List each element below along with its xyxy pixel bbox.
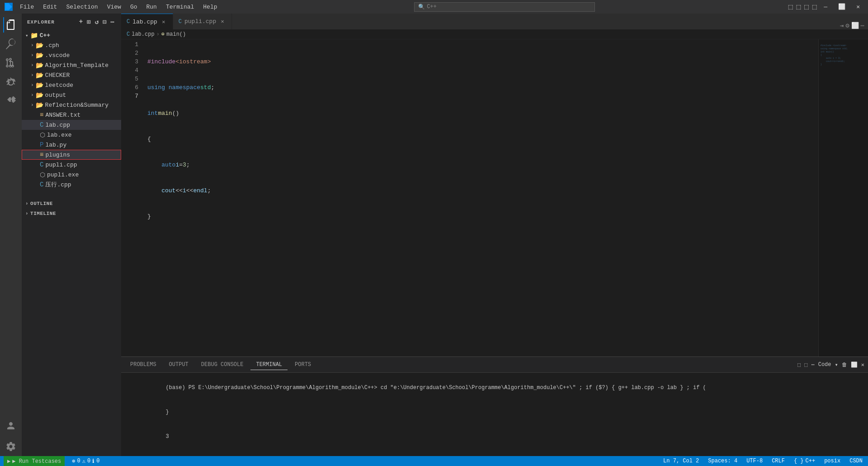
activity-explorer[interactable] [3,17,19,33]
tree-timeline[interactable]: › TIMELINE [22,209,121,219]
terminal-layout-icon[interactable]: ⬚ [804,361,807,368]
menu-go[interactable]: Go [127,3,141,11]
terminal-trash-icon[interactable]: 🗑 [842,361,847,368]
tab-pupli-cpp-icon: C [179,19,182,25]
tab-problems[interactable]: PROBLEMS [125,360,162,370]
activity-source-control[interactable] [3,55,19,71]
tree-answer-txt[interactable]: ≡ ANSWER.txt [22,110,121,120]
terminal-chevron-icon[interactable]: ▾ [835,361,838,368]
terminal-more-icon[interactable]: ⋯ [811,361,814,368]
spaces-label: Spaces: 4 [708,458,737,464]
tree-checker[interactable]: › 📂 CHECKER [22,70,121,80]
status-eol[interactable]: CRLF [770,458,787,464]
tree-plugins[interactable]: ≡ plugins [22,150,121,160]
status-errors[interactable]: ⊗ 0 ⚠ 0 ℹ 0 [70,458,101,465]
tree-vscode[interactable]: › 📂 .vscode [22,50,121,60]
titlebar-search[interactable]: 🔍 C++ [414,2,595,12]
tree-lab-py[interactable]: P lab.py [22,140,121,150]
terminal-new-icon[interactable]: Code [818,361,831,368]
lab-cpp-label: lab.cpp [45,122,121,128]
more-icon[interactable]: ⋯ [110,17,116,27]
tab-terminal[interactable]: TERMINAL [250,360,288,370]
refresh-icon[interactable]: ↺ [94,17,100,27]
vscode-folder-icon: 📂 [36,52,43,59]
feedback-label: posix [824,458,840,464]
activity-run[interactable] [3,74,19,90]
tree-root-cpp[interactable]: ▾ 📁 C++ [22,30,121,40]
breadcrumb: C lab.cpp › ⊕ main() [121,29,868,39]
tab-ports[interactable]: PORTS [289,360,316,370]
collapse-icon[interactable]: ⊟ [102,17,108,27]
pupli-cpp-file-icon: C [40,161,43,168]
tree-pupli-cpp[interactable]: C pupli.cpp [22,160,121,170]
activity-extensions[interactable] [3,93,19,109]
status-left: ▶ ▶ Run Testcases ⊗ 0 ⚠ 0 ℹ 0 [4,456,101,466]
tab-output[interactable]: OUTPUT [164,360,194,370]
run-testcases-button[interactable]: ▶ ▶ Run Testcases [4,456,65,466]
tree-pupli-exe[interactable]: ⬡ pupli.exe [22,170,121,180]
terminal-maximize-icon[interactable]: ⬜ [851,361,858,368]
tab-debug-console[interactable]: DEBUG CONSOLE [196,360,249,370]
window-restore[interactable]: ⬜ [835,2,849,11]
status-ln-col[interactable]: Ln 7, Col 2 [661,458,701,464]
editor-split-icon[interactable]: ⬜ [851,22,859,29]
status-encoding[interactable]: UTF-8 [745,458,764,464]
plugins-label: plugins [45,152,121,158]
terminal-tabs: PROBLEMS OUTPUT DEBUG CONSOLE TERMINAL P… [121,357,868,373]
activity-search[interactable] [3,36,19,52]
explorer-title: EXPLORER [27,19,55,25]
terminal-close-icon[interactable]: ✕ [861,361,864,368]
window-close[interactable]: ✕ [853,2,863,11]
language-label: C++ [806,458,816,464]
menu-run[interactable]: Run [142,3,160,11]
menu-view[interactable]: View [104,3,125,11]
checker-folder-icon: 📂 [36,71,43,79]
tree-cph[interactable]: › 📂 .cph [22,40,121,50]
code-editor[interactable]: 1 2 3 4 5 6 7 #include <iostream> using … [121,39,868,357]
tab-pupli-cpp[interactable]: C pupli.cpp ✕ [173,14,232,29]
status-csdn[interactable]: CSDN [848,458,864,464]
new-folder-icon[interactable]: ⊞ [86,17,92,27]
answer-label: ANSWER.txt [45,112,121,119]
status-spaces[interactable]: Spaces: 4 [706,458,739,464]
menu-selection[interactable]: Selection [62,3,101,11]
split-right-icon[interactable]: ⇥ [840,22,844,29]
eol-label: CRLF [772,458,785,464]
error-count: 0 [77,458,80,464]
activity-settings[interactable] [3,439,19,454]
tree-output[interactable]: › 📂 output [22,90,121,100]
new-file-icon[interactable]: + [78,17,84,27]
code-line-1: #include <iostream> [147,57,868,66]
tree-leetcode[interactable]: › 📂 leetcode [22,80,121,90]
menu-help[interactable]: Help [199,3,221,11]
code-line-6: cout<<i<<endl; [147,186,868,195]
tab-pupli-cpp-close[interactable]: ✕ [219,18,226,25]
tab-lab-cpp[interactable]: C lab.cpp ✕ [121,14,173,29]
tree-algorithm-template[interactable]: › 📂 Algorithm_Template [22,60,121,70]
sidebar-header: EXPLORER + ⊞ ↺ ⊟ ⋯ [22,14,121,30]
status-feedback[interactable]: posix [822,458,842,464]
terminal-split-icon[interactable]: ⬚ [797,361,801,368]
tree-lab-cpp[interactable]: C lab.cpp [22,120,121,130]
window-minimize[interactable]: — [820,3,831,11]
term-brace: } [165,409,169,415]
tree-lab-exe[interactable]: ⬡ lab.exe [22,130,121,140]
status-language[interactable]: { } C++ [792,458,817,464]
answer-file-icon: ≡ [40,111,43,119]
editor-more-icon[interactable]: ⋯ [861,22,864,29]
tree-ya-cpp[interactable]: C 压行.cpp [22,180,121,190]
activity-accounts[interactable] [3,418,19,433]
tree-reflection[interactable]: › 📂 Reflection&Summary [22,100,121,110]
tree-outline[interactable]: › OUTLINE [22,199,121,209]
menu-edit[interactable]: Edit [39,3,61,11]
line-num-7: 7 [121,92,138,100]
editor-settings-icon[interactable]: ⚙ [845,22,849,29]
code-line-2: using namespace std; [147,83,868,92]
menu-terminal[interactable]: Terminal [162,3,198,11]
tab-lab-cpp-close[interactable]: ✕ [160,18,167,25]
terminal-body[interactable]: (base) PS E:\Undergraduate\School\Progra… [121,373,868,456]
menu-file[interactable]: File [16,3,38,11]
breadcrumb-file[interactable]: lab.cpp [132,31,154,38]
breadcrumb-function[interactable]: main() [166,31,186,38]
lab-cpp-file-icon: C [40,121,43,128]
